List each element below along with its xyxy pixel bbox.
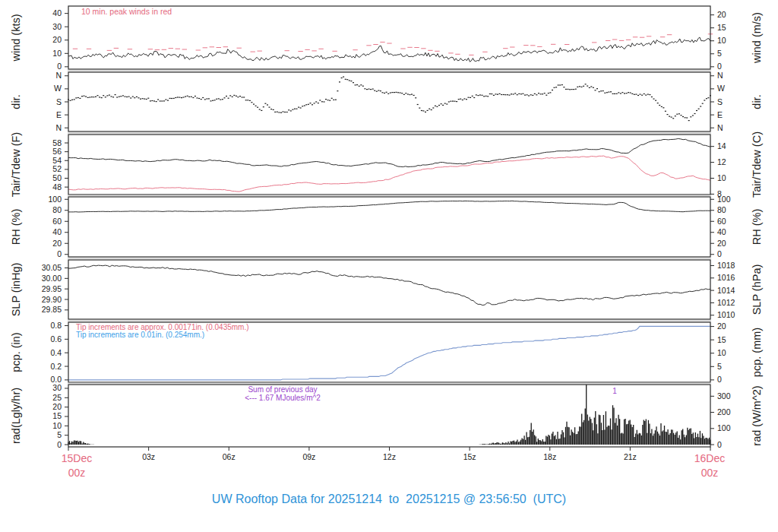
right-axis-title-pressure: SLP (hPa) (751, 264, 763, 315)
right-tick-label: 0 (717, 440, 722, 449)
right-tick-label: 40 (717, 227, 726, 236)
right-tick-label: 1012 (717, 298, 735, 307)
x-tick-label: 15z (463, 452, 476, 461)
right-tick-label: 60 (717, 217, 726, 226)
left-tick-label: 20 (52, 239, 62, 248)
annotation: 10 min. peak winds in red (81, 7, 172, 16)
left-tick-label: 60 (52, 217, 62, 226)
x-tick-label: 12z (383, 452, 396, 461)
right-tick-label: 0 (717, 249, 722, 258)
right-tick-label: 1010 (717, 310, 735, 319)
left-tick-label: 54 (52, 156, 62, 165)
right-tick-label: 14 (717, 141, 726, 150)
right-tick-label: 15 (717, 23, 726, 32)
panel-axes-wind: 01020304005101520 (52, 8, 726, 71)
x-tick-label: 06z (223, 452, 236, 461)
left-tick-label: 5 (57, 430, 62, 439)
left-tick-label: 10 (52, 421, 62, 430)
right-tick-label: 1014 (717, 286, 735, 295)
right-tick-label: 10 (717, 348, 726, 357)
right-axis-title-radiation: rad (W/m^2) (751, 385, 763, 445)
chart-canvas: 01020304005101520wind (kts)wind (m/s)10 … (0, 0, 778, 532)
x-tick-hour-label: 00z (68, 467, 86, 479)
weather-multipanel-svg: 01020304005101520wind (kts)wind (m/s)10 … (0, 0, 778, 532)
left-axis-title-precipitation: pcp. (in) (10, 332, 22, 372)
left-tick-label: N (55, 71, 62, 80)
left-axis-title-humidity: RH (%) (10, 209, 22, 245)
left-tick-label: 0 (57, 440, 62, 449)
left-tick-label: 40 (52, 227, 62, 236)
right-tick-label: 1016 (717, 273, 735, 282)
chart-title: UW Rooftop Data for 20251214 to 20251215… (0, 492, 778, 506)
left-axis-title-radiation: rad(Lgly/hr) (10, 388, 22, 444)
x-tick-hour-label: 00z (701, 467, 719, 479)
left-tick-label: 30 (52, 383, 62, 392)
left-axis-title-wind: wind (kts) (10, 14, 22, 62)
panel-wind: 01020304005101520wind (kts)wind (m/s)10 … (10, 6, 763, 71)
right-tick-label: 12 (717, 157, 726, 166)
left-tick-label: 0 (57, 249, 62, 258)
right-tick-label: 20 (717, 321, 726, 331)
left-tick-label: N (55, 123, 62, 132)
right-tick-label: 100 (717, 423, 731, 432)
panel-axes-temperature: 4850525456588101214 (52, 138, 726, 198)
left-tick-label: 25 (52, 393, 62, 402)
annotation: Sum of previous day (248, 385, 317, 394)
left-tick-label: 20 (52, 402, 62, 411)
panel-frame-temperature (68, 135, 710, 195)
left-tick-label: 100 (48, 195, 62, 204)
left-tick-label: 0.8 (50, 321, 62, 330)
x-tick-date-label: 15Dec (62, 452, 92, 464)
left-tick-label: E (56, 110, 62, 119)
right-tick-label: 0 (717, 62, 722, 71)
left-tick-label: 29.85 (42, 305, 62, 314)
series-wind-peak-10min (73, 34, 713, 55)
panel-radiation: 0510152025300100200300rad(Lgly/hr)rad (W… (10, 383, 763, 449)
right-axis-title-humidity: RH (%) (751, 209, 763, 245)
panel-precipitation: 0.00.20.40.60.805101520pcp. (in)pcp. (mm… (10, 321, 763, 384)
annotation: Tip increments are 0.01in. (0.254mm.) (76, 331, 204, 339)
right-tick-label: 200 (717, 407, 731, 416)
right-tick-label: 80 (717, 205, 726, 214)
series-wind-direction (68, 77, 711, 122)
panel-pressure: 29.8529.9029.9530.0030.05101010121014101… (10, 258, 763, 319)
left-tick-label: 0 (57, 62, 62, 71)
left-tick-label: 0.6 (50, 334, 62, 344)
left-tick-label: 10 (52, 49, 62, 58)
left-tick-label: W (54, 84, 62, 93)
series-relative-humidity (68, 201, 710, 212)
x-tick-label: 21z (624, 452, 637, 461)
left-tick-label: S (56, 97, 62, 106)
right-tick-label: N (717, 71, 723, 80)
x-tick-date-label: 16Dec (694, 452, 725, 464)
series-sea-level-pressure (68, 265, 710, 306)
right-axis-title-dir: dir. (751, 94, 763, 109)
left-tick-label: 40 (52, 8, 62, 17)
right-tick-label: 0 (717, 375, 722, 384)
right-tick-label: S (717, 97, 723, 106)
left-tick-label: 20 (52, 35, 62, 44)
right-tick-label: N (717, 123, 723, 132)
annotation: <--- 1.67 MJoules/m^2 (245, 394, 321, 402)
panel-temperature: 4850525456588101214Tair/Tdew (F)Tair/Tde… (10, 131, 763, 198)
x-axis: 15Dec00z03z06z09z12z15z18z21z16Dec00z (62, 447, 725, 479)
right-tick-label: W (717, 84, 725, 93)
left-axis-title-temperature: Tair/Tdew (F) (10, 132, 22, 197)
left-tick-label: 48 (52, 182, 62, 192)
right-tick-label: 5 (717, 49, 722, 58)
right-tick-label: 20 (717, 239, 726, 248)
left-axis-title-pressure: SLP (inHg) (10, 263, 22, 317)
right-tick-label: 1018 (717, 261, 735, 270)
left-axis-title-dir: dir. (10, 94, 22, 109)
right-tick-label: 20 (717, 10, 726, 19)
left-tick-label: 0.4 (50, 348, 62, 357)
panel-frame-humidity (68, 197, 710, 257)
right-axis-title-precipitation: pcp. (mm) (751, 328, 763, 377)
left-tick-label: 80 (52, 205, 62, 214)
right-tick-label: 100 (717, 195, 731, 204)
right-tick-label: 10 (717, 36, 726, 45)
left-tick-label: 56 (52, 147, 62, 156)
right-tick-label: 10 (717, 173, 726, 182)
left-tick-label: 50 (52, 173, 62, 182)
left-tick-label: 30.00 (42, 274, 62, 283)
